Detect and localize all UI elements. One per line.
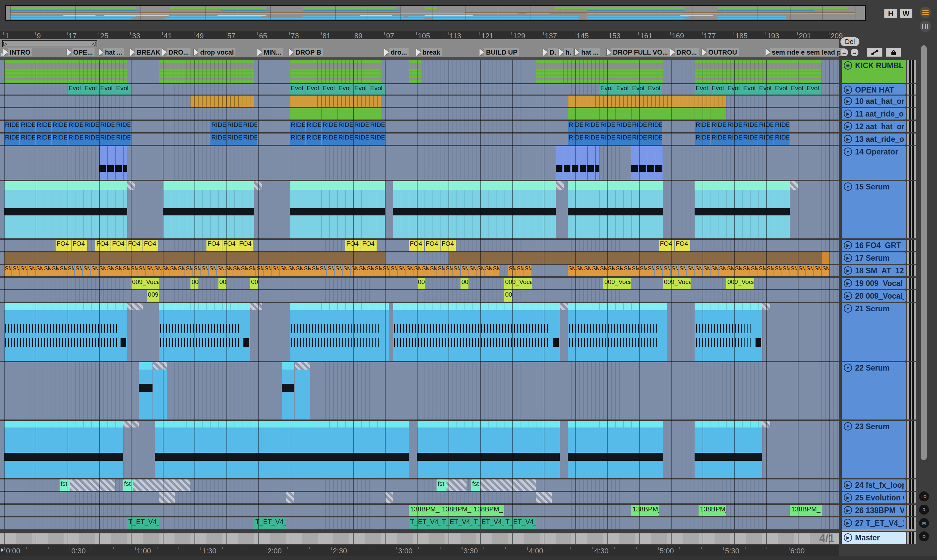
clip[interactable]: Evol [306,84,321,95]
clip[interactable]: RIDE [615,121,631,132]
clip[interactable] [4,421,123,478]
clip[interactable]: SM [726,265,734,276]
clip[interactable]: SM [711,265,718,276]
clip[interactable]: Evol [615,84,631,95]
track-header-20-009-vocal-[interactable]: ▶20 009_Vocal_ [842,290,906,302]
clip[interactable]: SM [225,265,232,276]
track-header-27-t-et-v4-1[interactable]: ▶27 T_ET_V4_1 [842,517,906,529]
clip[interactable]: SM [130,265,137,276]
clip[interactable]: SM [615,265,623,276]
clip[interactable]: SM [201,265,208,276]
track-header-14-operator[interactable]: ▼14 Operator [842,146,906,180]
clip[interactable]: RIDE [726,121,742,132]
clip[interactable]: Evol [83,84,98,95]
clip[interactable]: Evol [695,84,710,95]
clip[interactable]: SM [639,265,646,276]
clip[interactable]: 138BPM_ [790,505,822,516]
clip[interactable]: RIDE [115,134,131,145]
clip[interactable] [536,60,663,83]
track-lane-open-hat[interactable]: EvolEvolEvolEvolEvolEvolEvolEvolEvolEvol… [0,84,839,95]
clip[interactable]: FO4_ [111,240,126,251]
track-header-master[interactable]: ▶Master [842,532,906,544]
clip[interactable]: SM [734,265,742,276]
clip[interactable]: SM [374,265,382,276]
clip[interactable] [4,181,127,238]
clip[interactable]: SM [358,265,366,276]
clip[interactable]: Evol [322,84,337,95]
clip[interactable]: SM [607,265,615,276]
time-ruler[interactable]: 0:000:301:001:302:002:303:003:304:004:30… [0,545,839,556]
clip[interactable]: SM [169,265,177,276]
clip[interactable]: T_ET_V4_ [504,517,536,529]
locator-flag[interactable]: MIN... [257,48,283,56]
track-lane-24-fst-fx-loop[interactable]: fst_fst_fst_fst_ [0,479,839,491]
track-lane-13-aat-ride-o[interactable]: RIDERIDERIDERIDERIDERIDERIDERIDERIDERIDE… [0,134,839,145]
clip[interactable]: SM [822,265,829,276]
clip[interactable]: RIDE [290,121,305,132]
clip[interactable] [123,421,139,428]
clip[interactable]: RIDE [774,121,789,132]
clip[interactable]: SM [453,265,460,276]
track-lane-10-aat-hat-on[interactable] [0,95,839,107]
clip[interactable]: T_ET_V4_ [254,517,286,529]
unfold-icon[interactable]: ▶ [844,519,852,527]
clip[interactable]: T_ET_V4_ [127,517,159,529]
track-lane-19-009-vocal-[interactable]: 009_Voca0000000000009_Voca009_Voca009_Vo… [0,278,839,289]
clip[interactable]: FO4_ [127,240,143,251]
clip[interactable]: SM [798,265,805,276]
clip[interactable]: SM [575,265,583,276]
fold-icon[interactable]: ▼ [844,182,852,191]
locator-flag[interactable]: DROP B [289,48,323,56]
clip[interactable]: RIDE [695,121,710,132]
clip[interactable]: RIDE [242,134,257,145]
clip[interactable]: SM [327,265,334,276]
clip[interactable]: Evol [711,84,726,95]
track-lane-20-009-vocal-[interactable]: 009009 [0,290,839,302]
clip[interactable]: RIDE [226,121,242,132]
clip[interactable]: FO4_ [440,240,456,251]
locator-flag[interactable]: h. [559,48,573,56]
show-d-toggle[interactable]: D [919,531,929,542]
show-m-toggle[interactable]: M [919,518,929,528]
clip[interactable]: SM [162,265,169,276]
clip[interactable] [99,146,127,180]
clip[interactable]: Evol [290,84,305,95]
clip[interactable] [290,95,381,107]
clip[interactable]: 138BPM_ [409,505,440,516]
locator-flag[interactable]: drop vocal [194,48,235,56]
clip[interactable]: SM [686,265,694,276]
clip[interactable]: RIDE [99,134,115,145]
clip[interactable]: RIDE [52,121,67,132]
clip[interactable] [286,492,294,503]
clip[interactable]: Evol [790,84,805,95]
prev-locator-button[interactable]: ← [840,49,848,56]
clip[interactable]: 009_Voca [663,278,691,289]
clip[interactable] [417,421,560,478]
clip[interactable]: RIDE [647,121,662,132]
unfold-icon[interactable]: ▶ [844,494,852,502]
clip[interactable]: SM [311,265,318,276]
clip[interactable]: 138BPM_ [472,505,504,516]
clip[interactable]: SM [303,265,311,276]
track-header-13-aat-ride-o[interactable]: ▶13 aat_ride_o [842,134,906,145]
clip[interactable]: SM [343,265,350,276]
clip[interactable] [568,181,663,238]
clip[interactable] [568,421,663,478]
track-lane-17-serum[interactable] [0,252,839,264]
clip[interactable]: SM [663,265,670,276]
locator-flag[interactable]: INTRO [3,48,32,56]
arrangement-overview[interactable] [5,5,866,21]
clip[interactable]: SM [508,265,515,276]
clip[interactable]: SM [35,265,43,276]
clip[interactable]: SM [51,265,58,276]
clip[interactable]: RIDE [68,134,83,145]
track-header-open-hat[interactable]: ▶OPEN HAT [842,84,906,95]
clip[interactable]: Evol [68,84,83,95]
clip[interactable]: SM [591,265,599,276]
clip[interactable]: SM [83,265,90,276]
track-lane-16-fo4-grt-1[interactable]: FO4_FO4_FO4_FO4_FO4_FO4_FO4_FO4_FO4_FO4_… [0,240,839,251]
track-header-kick-rumble[interactable]: ☰KICK RUMBLE [842,60,906,83]
clip[interactable]: SM [583,265,591,276]
clip[interactable]: SM [647,265,654,276]
clip[interactable]: 138BPM_ [631,505,659,516]
